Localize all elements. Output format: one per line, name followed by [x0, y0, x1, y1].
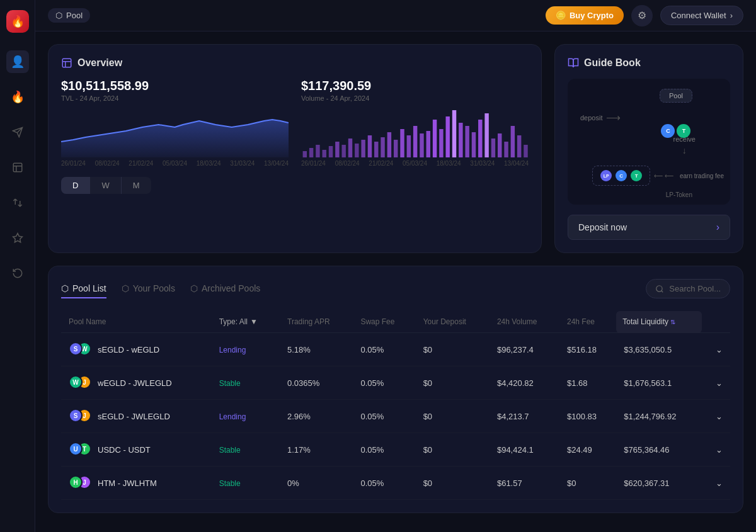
connector-arrow: ⟵ ⟵: [654, 173, 673, 179]
volume-chart-section: $117,390.59 Volume - 24 Apr, 2024: [301, 79, 529, 167]
connect-wallet-arrow: ›: [730, 11, 733, 20]
col-swap-fee: Swap Fee: [353, 311, 415, 333]
col-type[interactable]: Type: All ▼: [212, 311, 280, 333]
buy-crypto-button[interactable]: 🪙 Buy Crypto: [546, 6, 624, 25]
connect-wallet-button[interactable]: Connect Wallet ›: [660, 6, 743, 25]
sidebar-icon-profile[interactable]: 👤: [6, 50, 29, 73]
pool-liquidity-2: $1,244,796.92: [616, 400, 702, 433]
search-placeholder: Search Pool...: [669, 284, 721, 293]
svg-rect-0: [13, 163, 22, 172]
sidebar-icon-star[interactable]: [6, 227, 29, 249]
svg-rect-34: [504, 142, 508, 157]
pool-type-3: Stable: [212, 433, 280, 467]
search-pool-input[interactable]: Search Pool...: [646, 279, 730, 298]
sidebar-icon-list[interactable]: [6, 156, 29, 179]
table-row: H J HTM - JWLHTM Stable 0% 0.05% $0 $61.…: [61, 467, 730, 500]
pool-name-3: USDC - USDT: [98, 445, 151, 455]
tvl-chart-section: $10,511,558.99 TVL - 24 Apr, 2024: [61, 79, 289, 167]
svg-point-38: [656, 285, 662, 291]
pool-section: ⬡ Pool List ⬡ Your Pools ⬡ Archived Pool…: [48, 266, 743, 513]
tvl-dates: 26/01/2408/02/2421/02/2405/03/2418/03/24…: [61, 160, 289, 167]
pool-expand-0[interactable]: ⌄: [702, 333, 730, 366]
table-header-row: Pool Name Type: All ▼ Trading APR Swap F…: [61, 311, 730, 333]
svg-rect-18: [400, 129, 404, 157]
svg-rect-16: [387, 132, 391, 157]
archived-pools-label: Archived Pools: [202, 283, 260, 293]
svg-rect-5: [316, 145, 319, 157]
pool-name-cell-4: H J HTM - JWLHTM: [61, 467, 212, 500]
svg-rect-10: [348, 139, 352, 157]
pool-expand-1[interactable]: ⌄: [702, 366, 730, 400]
svg-rect-11: [355, 144, 358, 157]
col-total-liquidity[interactable]: Total Liquidity ⇅: [616, 311, 702, 333]
tab-pool-list[interactable]: ⬡ Pool List: [61, 280, 106, 298]
earn-label: earn trading fee: [680, 173, 724, 179]
pool-expand-3[interactable]: ⌄: [702, 433, 730, 467]
pool-fee-3: 0.05%: [353, 433, 415, 467]
pool-volume-3: $94,424.1: [490, 433, 559, 467]
svg-rect-8: [335, 142, 339, 157]
pool-name-cell-3: U T USDC - USDT: [61, 433, 212, 467]
col-your-deposit: Your Deposit: [416, 311, 490, 333]
pool-24h-fee-4: $0: [559, 467, 616, 500]
pool-liquidity-4: $620,367.31: [616, 467, 702, 500]
receive-arrow: ↓: [682, 145, 687, 156]
archived-pools-icon: ⬡: [190, 283, 198, 293]
overview-icon: [61, 57, 72, 69]
svg-rect-13: [368, 135, 372, 157]
svg-rect-19: [407, 135, 411, 157]
buy-crypto-icon: 🪙: [556, 11, 566, 20]
pool-24h-fee-3: $24.49: [559, 433, 616, 467]
col-expand: [702, 311, 730, 333]
sidebar-icon-refresh[interactable]: [6, 262, 29, 285]
deposit-label: deposit: [580, 114, 602, 122]
pool-24h-fee-0: $516.18: [559, 333, 616, 366]
tvl-label: TVL - 24 Apr, 2024: [61, 94, 289, 102]
col-pool-name: Pool Name: [61, 311, 212, 333]
pool-volume-1: $4,420.82: [490, 366, 559, 400]
pool-volume-0: $96,237.4: [490, 333, 559, 366]
pool-name-0: sEGLD - wEGLD: [98, 345, 159, 354]
pool-badge-icon: ⬡: [55, 11, 62, 20]
tab-your-pools[interactable]: ⬡ Your Pools: [122, 280, 175, 298]
pool-deposit-2: $0: [416, 400, 490, 433]
period-week-button[interactable]: W: [90, 177, 121, 194]
svg-rect-7: [329, 146, 333, 157]
sidebar-icon-send[interactable]: [6, 121, 29, 144]
sidebar-icon-fire[interactable]: 🔥: [6, 86, 29, 108]
deposit-now-button[interactable]: Deposit now ›: [568, 215, 730, 240]
pool-24h-fee-2: $100.83: [559, 400, 616, 433]
pool-deposit-4: $0: [416, 467, 490, 500]
pool-liquidity-3: $765,364.46: [616, 433, 702, 467]
deposit-arrow: ⟶: [606, 111, 621, 123]
header: ⬡ Pool 🪙 Buy Crypto ⚙ Connect Wallet ›: [35, 0, 756, 31]
svg-rect-26: [452, 110, 456, 157]
svg-rect-14: [374, 142, 378, 157]
pool-name-cell-0: S W sEGLD - wEGLD: [61, 333, 212, 366]
period-day-button[interactable]: D: [61, 177, 90, 194]
pool-expand-2[interactable]: ⌄: [702, 400, 730, 433]
pool-expand-4[interactable]: ⌄: [702, 467, 730, 500]
svg-rect-35: [511, 126, 515, 157]
settings-button[interactable]: ⚙: [631, 5, 653, 26]
sidebar-icon-swap[interactable]: [6, 191, 29, 214]
pool-24h-fee-1: $1.68: [559, 366, 616, 400]
svg-rect-30: [478, 120, 482, 157]
tab-archived-pools[interactable]: ⬡ Archived Pools: [190, 280, 260, 298]
buy-crypto-label: Buy Crypto: [570, 11, 614, 20]
settings-icon: ⚙: [638, 9, 646, 21]
deposit-now-arrow: ›: [716, 222, 719, 233]
svg-rect-32: [491, 139, 495, 157]
pool-deposit-0: $0: [416, 333, 490, 366]
connect-wallet-label: Connect Wallet: [671, 11, 726, 20]
receive-label: receive: [673, 135, 696, 143]
overview-title: Overview: [61, 57, 529, 69]
svg-rect-20: [413, 126, 417, 157]
period-buttons: D W M: [61, 177, 151, 194]
svg-rect-15: [381, 137, 384, 157]
period-month-button[interactable]: M: [122, 177, 151, 194]
guide-icon: [568, 57, 579, 69]
svg-rect-17: [394, 140, 398, 157]
deposit-now-label: Deposit now: [578, 222, 627, 232]
svg-rect-3: [303, 151, 307, 157]
